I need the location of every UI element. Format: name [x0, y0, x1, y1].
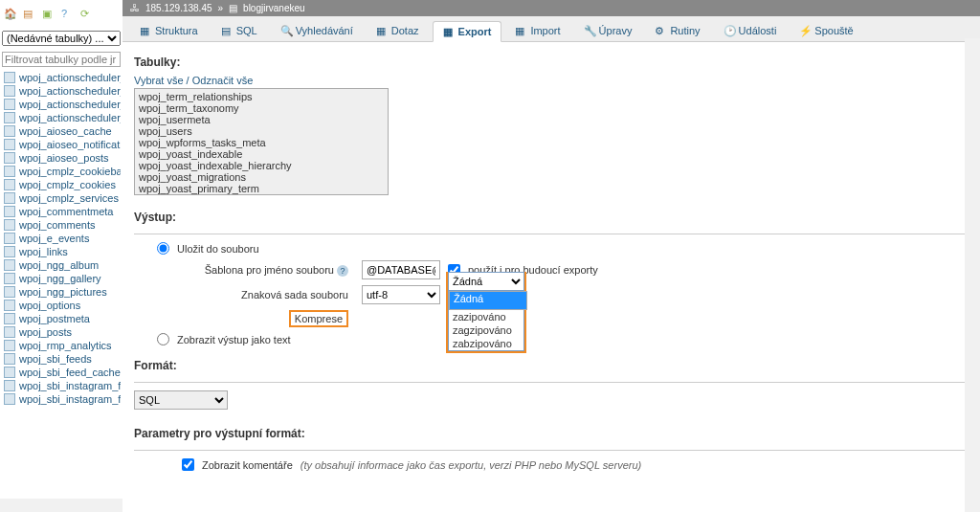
- format-heading: Formát:: [134, 359, 969, 372]
- table-tree-item[interactable]: wpoj_rmp_analytics: [2, 339, 121, 352]
- table-icon: ▦: [140, 25, 151, 36]
- help-icon[interactable]: ?: [337, 265, 348, 277]
- table-tree-item[interactable]: wpoj_ngg_pictures: [2, 285, 121, 299]
- table-tree-item[interactable]: wpoj_actionscheduler_act: [2, 71, 121, 84]
- table-tree-item[interactable]: wpoj_sbi_instagram_feed: [2, 392, 121, 406]
- save-to-file-radio[interactable]: [157, 242, 169, 255]
- tab-udalosti[interactable]: 🕑Události: [714, 20, 787, 41]
- home-toolbar: 🏠 ▤ ▣ ? ⟳: [2, 4, 121, 31]
- compress-option[interactable]: zazipováno: [449, 310, 523, 323]
- tab-rutiny[interactable]: ⚙Rutiny: [645, 20, 709, 41]
- table-tree-item[interactable]: wpoj_actionscheduler_log: [2, 111, 121, 124]
- charset-label: Znaková sada souboru: [241, 289, 348, 301]
- table-tree-item[interactable]: wpoj_aioseo_notifications: [2, 138, 121, 151]
- breadcrumb: 🖧 185.129.138.45 » ▤ blogjirvanekeu: [122, 0, 980, 16]
- import-icon: ▦: [515, 25, 526, 36]
- compress-option[interactable]: zagzipováno: [449, 323, 523, 337]
- table-option[interactable]: wpoj_term_taxonomy: [137, 102, 386, 114]
- tabs: ▦Struktura ▤SQL 🔍Vyhledávání ▦Dotaz ▦Exp…: [122, 16, 980, 42]
- db-name[interactable]: blogjirvanekeu: [243, 3, 305, 13]
- main-panel: 🖧 185.129.138.45 » ▤ blogjirvanekeu ▦Str…: [122, 0, 980, 512]
- table-tree-item[interactable]: wpoj_actionscheduler_cla: [2, 84, 121, 98]
- sidebar: 🏠 ▤ ▣ ? ⟳ (Nedávné tabulky) ... wpoj_act…: [0, 0, 122, 512]
- show-as-text-label: Zobrazit výstup jako text: [177, 334, 291, 345]
- table-tree-item[interactable]: wpoj_ngg_gallery: [2, 272, 121, 285]
- table-tree-item[interactable]: wpoj_cmplz_cookies: [2, 178, 121, 191]
- show-as-text-radio[interactable]: [157, 333, 169, 345]
- table-tree-item[interactable]: wpoj_comments: [2, 218, 121, 232]
- table-tree-item[interactable]: wpoj_aioseo_cache: [2, 124, 121, 138]
- query-icon: ▦: [376, 25, 388, 36]
- table-tree-item[interactable]: wpoj_cmplz_cookiebanne: [2, 165, 121, 178]
- charset-select[interactable]: utf-8: [362, 285, 440, 304]
- table-tree-item[interactable]: wpoj_sbi_instagram_feed: [2, 379, 121, 392]
- compress-label: Komprese: [289, 310, 348, 327]
- table-option[interactable]: wpoj_yoast_primary_term: [137, 183, 386, 194]
- table-option[interactable]: wpoj_term_relationships: [137, 91, 386, 102]
- filter-tables-input[interactable]: [2, 52, 121, 67]
- template-input[interactable]: [362, 260, 440, 279]
- table-option[interactable]: wpoj_usermeta: [137, 114, 386, 125]
- table-tree-item[interactable]: wpoj_e_events: [2, 232, 121, 245]
- params-heading: Parametry pro výstupní formát:: [134, 427, 969, 440]
- compress-option[interactable]: Žádná: [449, 291, 527, 310]
- table-tree-item[interactable]: wpoj_sbi_feeds: [2, 352, 121, 366]
- tab-vyhledavani[interactable]: 🔍Vyhledávání: [271, 20, 363, 41]
- select-all-row: Vybrat vše / Odznačit vše: [134, 75, 969, 86]
- clock-icon: 🕑: [724, 25, 735, 36]
- sidebar-scrollbar[interactable]: [0, 499, 122, 512]
- table-tree-item[interactable]: wpoj_aioseo_posts: [2, 151, 121, 165]
- recent-tables-select[interactable]: (Nedávné tabulky) ...: [2, 31, 121, 46]
- table-option[interactable]: wpoj_yoast_migrations: [137, 171, 386, 183]
- output-heading: Výstup:: [134, 211, 969, 224]
- gear-icon: ⚙: [655, 25, 666, 36]
- table-option[interactable]: wpoj_wpforms_tasks_meta: [137, 137, 386, 148]
- compress-options-list: Žádnázazipovánozagzipovánozabzipováno: [448, 291, 524, 351]
- tab-spouste[interactable]: ⚡Spouště: [790, 20, 862, 41]
- tab-struktura[interactable]: ▦Struktura: [130, 20, 208, 41]
- trigger-icon: ⚡: [799, 25, 811, 36]
- compress-dropdown-open: Žádná Žádnázazipovánozagzipovánozabzipov…: [446, 272, 526, 353]
- export-icon: ▦: [443, 26, 455, 37]
- main-scrollbar[interactable]: [965, 38, 980, 512]
- exit-icon[interactable]: ▣: [42, 8, 56, 21]
- table-option[interactable]: wpoj_yoast_indexable: [137, 148, 386, 160]
- table-tree-item[interactable]: wpoj_links: [2, 245, 121, 258]
- table-tree-item[interactable]: wpoj_ngg_album: [2, 258, 121, 272]
- home-icon[interactable]: 🏠: [4, 8, 17, 21]
- deselect-all-link[interactable]: Odznačit vše: [192, 75, 254, 86]
- server-ip[interactable]: 185.129.138.45: [145, 3, 212, 13]
- table-option[interactable]: wpoj_users: [137, 125, 386, 137]
- show-comments-label: Zobrazit komentáře: [202, 459, 293, 471]
- table-tree-item[interactable]: wpoj_sbi_feed_caches: [2, 366, 121, 379]
- server-icon: 🖧: [130, 3, 140, 13]
- sql-icon: ▤: [221, 25, 233, 36]
- tab-import[interactable]: ▦Import: [505, 20, 569, 41]
- save-to-file-label: Uložit do souboru: [177, 243, 259, 255]
- db-icon[interactable]: ▤: [23, 8, 36, 21]
- table-tree-item[interactable]: wpoj_postmeta: [2, 312, 121, 325]
- help-icon[interactable]: ?: [61, 8, 75, 21]
- table-tree-item[interactable]: wpoj_posts: [2, 325, 121, 339]
- select-all-link[interactable]: Vybrat vše: [134, 75, 184, 86]
- table-tree-item[interactable]: wpoj_cmplz_services: [2, 191, 121, 205]
- table-option[interactable]: wpoj_yoast_indexable_hierarchy: [137, 160, 386, 171]
- reload-icon[interactable]: ⟳: [80, 8, 94, 21]
- table-tree: wpoj_actionscheduler_actwpoj_actionsched…: [2, 71, 121, 406]
- show-comments-checkbox[interactable]: [182, 458, 194, 471]
- table-option[interactable]: wpoj_yoast_seo_links: [137, 194, 386, 195]
- tab-dotaz[interactable]: ▦Dotaz: [367, 20, 429, 41]
- tab-sql[interactable]: ▤SQL: [212, 20, 267, 41]
- format-select[interactable]: SQL: [134, 390, 228, 410]
- table-tree-item[interactable]: wpoj_commentmeta: [2, 205, 121, 218]
- tab-export[interactable]: ▦Export: [433, 21, 502, 42]
- table-tree-item[interactable]: wpoj_actionscheduler_gro: [2, 98, 121, 111]
- tab-upravy[interactable]: 🔧Úpravy: [574, 20, 642, 41]
- table-tree-item[interactable]: wpoj_options: [2, 299, 121, 312]
- search-icon: 🔍: [280, 25, 292, 36]
- template-label: Šablona pro jméno souboru: [205, 264, 334, 276]
- tables-multiselect[interactable]: wpoj_term_relationshipswpoj_term_taxonom…: [134, 88, 389, 195]
- compress-option[interactable]: zabzipováno: [449, 337, 523, 350]
- compress-select[interactable]: Žádná: [448, 272, 524, 291]
- comments-hint: (ty obsahují informace jako čas exportu,…: [301, 459, 641, 471]
